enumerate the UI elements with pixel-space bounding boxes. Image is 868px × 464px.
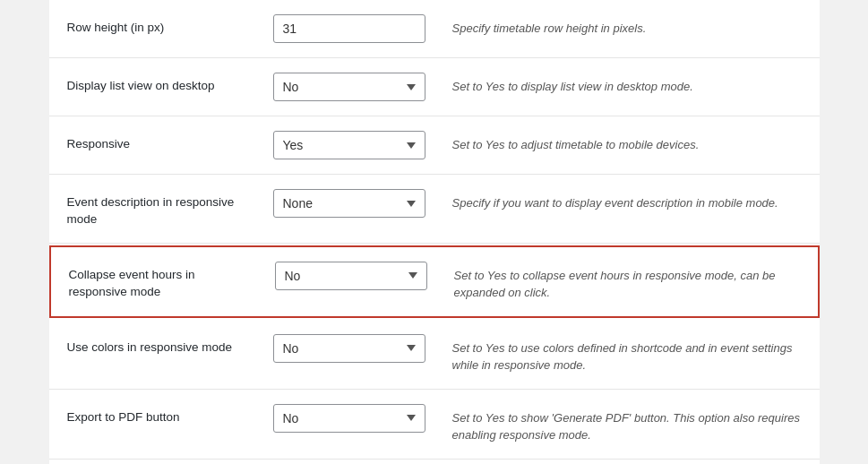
label-export-pdf-button: Export to PDF button (67, 404, 273, 426)
settings-row-generate-pdf-label: Generate PDF labelSpecify text label for… (49, 460, 820, 464)
control-display-list-view: NoYes (273, 73, 452, 101)
settings-panel: Row height (in px)Specify timetable row … (49, 0, 820, 464)
settings-row-collapse-event-hours: Collapse event hours in responsive modeN… (49, 245, 820, 318)
select-export-pdf-button[interactable]: NoYes (273, 404, 425, 433)
label-row-height: Row height (in px) (67, 14, 273, 37)
description-row-height: Specify timetable row height in pixels. (452, 14, 802, 38)
label-responsive: Responsive (67, 131, 273, 153)
description-export-pdf-button: Set to Yes to show 'Generate PDF' button… (452, 404, 802, 444)
settings-row-display-list-view: Display list view on desktopNoYesSet to … (49, 58, 820, 116)
settings-row-use-colors-responsive: Use colors in responsive modeNoYesSet to… (49, 320, 820, 390)
control-export-pdf-button: NoYes (273, 404, 452, 433)
settings-row-export-pdf-button: Export to PDF buttonNoYesSet to Yes to s… (49, 390, 820, 460)
select-event-description-responsive[interactable]: NoneYesNo (273, 189, 425, 218)
settings-row-row-height: Row height (in px)Specify timetable row … (49, 0, 820, 58)
control-responsive: YesNo (273, 131, 452, 159)
settings-row-event-description-responsive: Event description in responsive modeNone… (49, 175, 820, 244)
description-event-description-responsive: Specify if you want to display event des… (452, 189, 802, 212)
select-display-list-view[interactable]: NoYes (273, 73, 425, 101)
description-responsive: Set to Yes to adjust timetable to mobile… (452, 131, 802, 154)
description-collapse-event-hours: Set to Yes to collapse event hours in re… (454, 262, 800, 302)
settings-row-responsive: ResponsiveYesNoSet to Yes to adjust time… (49, 116, 820, 175)
label-display-list-view: Display list view on desktop (67, 73, 273, 95)
control-row-height (273, 14, 452, 43)
description-use-colors-responsive: Set to Yes to use colors defined in shor… (452, 334, 802, 374)
description-display-list-view: Set to Yes to display list view in deskt… (452, 73, 802, 96)
label-collapse-event-hours: Collapse event hours in responsive mode (69, 262, 275, 301)
label-use-colors-responsive: Use colors in responsive mode (67, 334, 273, 357)
input-row-height[interactable] (273, 14, 425, 43)
select-collapse-event-hours[interactable]: NoYes (275, 262, 427, 290)
control-use-colors-responsive: NoYes (273, 334, 452, 363)
control-collapse-event-hours: NoYes (275, 262, 454, 290)
select-use-colors-responsive[interactable]: NoYes (273, 334, 425, 363)
select-responsive[interactable]: YesNo (273, 131, 425, 159)
label-event-description-responsive: Event description in responsive mode (67, 189, 273, 228)
control-event-description-responsive: NoneYesNo (273, 189, 452, 218)
